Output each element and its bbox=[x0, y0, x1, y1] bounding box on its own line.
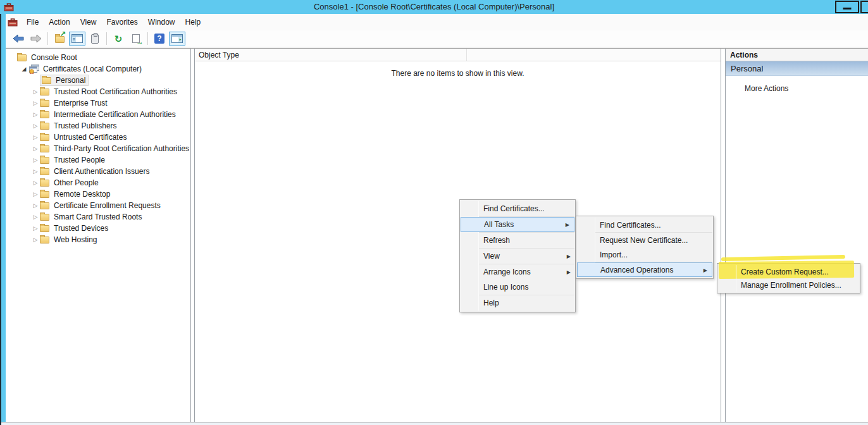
window-left-edge bbox=[0, 0, 1, 425]
menu-item-create-custom-request[interactable]: Create Custom Request... bbox=[717, 265, 860, 278]
menu-item-label: Arrange Icons bbox=[483, 268, 531, 276]
menu-item-label: Help bbox=[483, 299, 499, 307]
chevron-right-icon[interactable]: ▷ bbox=[31, 225, 40, 231]
up-arrow-icon: ↗ bbox=[59, 30, 66, 38]
chevron-right-icon[interactable]: ▷ bbox=[31, 111, 40, 118]
tree-item-intermediate-certification-authorities[interactable]: ▷ Intermediate Certification Authorities bbox=[6, 109, 190, 120]
folder-icon bbox=[40, 191, 49, 198]
help-button[interactable]: ? bbox=[151, 32, 168, 46]
menu-item-help[interactable]: Help bbox=[460, 295, 575, 311]
menu-item-arrange-icons[interactable]: Arrange Icons ▶ bbox=[460, 264, 575, 280]
menu-item-request-new-certificate[interactable]: Request New Certificate... bbox=[576, 233, 713, 247]
tree-item-label: Trusted People bbox=[53, 156, 105, 164]
window-title: Console1 - [Console Root\Certificates (L… bbox=[314, 2, 554, 11]
back-button[interactable] bbox=[10, 32, 27, 46]
menu-item-advanced-operations[interactable]: Advanced Operations ▶ bbox=[577, 262, 712, 277]
chevron-right-icon[interactable]: ▷ bbox=[31, 191, 40, 197]
all-tasks-submenu: Find Certificates... Request New Certifi… bbox=[576, 216, 714, 279]
tree-item-console-root[interactable]: Console Root bbox=[6, 52, 190, 63]
context-menu: Find Certificates... All Tasks ▶ Refresh… bbox=[459, 199, 576, 312]
tree-item-enterprise-trust[interactable]: ▷ Enterprise Trust bbox=[6, 97, 190, 109]
menu-item-label: Refresh bbox=[483, 236, 510, 245]
certificates-icon bbox=[28, 65, 39, 74]
tree-item-trusted-publishers[interactable]: ▷ Trusted Publishers bbox=[6, 120, 190, 132]
tree-item-untrusted-certificates[interactable]: ▷ Untrusted Certificates bbox=[6, 132, 190, 143]
menu-item-find-certificates[interactable]: Find Certificates... bbox=[460, 201, 575, 216]
window-bottom-border bbox=[0, 422, 868, 425]
actions-section-personal[interactable]: Personal bbox=[726, 61, 868, 76]
tree-item-label: Trusted Publishers bbox=[53, 121, 117, 130]
chevron-right-icon[interactable]: ▷ bbox=[31, 237, 40, 243]
menu-window[interactable]: Window bbox=[143, 15, 180, 29]
chevron-right-icon[interactable]: ▷ bbox=[31, 134, 40, 140]
tree-item-web-hosting[interactable]: ▷ Web Hosting bbox=[6, 234, 190, 245]
menu-item-manage-enrollment-policies[interactable]: Manage Enrollment Policies... bbox=[717, 278, 860, 292]
chevron-right-icon[interactable]: ▷ bbox=[31, 123, 40, 129]
folder-icon bbox=[40, 237, 49, 243]
chevron-right-icon[interactable]: ▷ bbox=[31, 168, 40, 175]
chevron-right-icon[interactable]: ▷ bbox=[31, 202, 40, 209]
tree-item-certificates-local-computer[interactable]: ◢ Certificates (Local Computer) bbox=[6, 63, 190, 75]
folder-icon bbox=[40, 157, 49, 164]
up-one-level-button[interactable]: ↗ bbox=[51, 32, 68, 46]
menu-item-line-up-icons[interactable]: Line up Icons bbox=[460, 280, 575, 295]
menu-favorites[interactable]: Favorites bbox=[102, 15, 143, 29]
tree-item-trusted-root-certification-authorities[interactable]: ▷ Trusted Root Certification Authorities bbox=[6, 86, 190, 97]
properties-button[interactable] bbox=[87, 32, 103, 46]
window-left-border bbox=[1, 0, 6, 422]
tree-item-personal[interactable]: Personal bbox=[6, 75, 190, 86]
menu-item-find-certificates-2[interactable]: Find Certificates... bbox=[576, 218, 713, 232]
menu-item-import[interactable]: Import... bbox=[576, 247, 713, 262]
chevron-right-icon[interactable]: ▷ bbox=[31, 145, 40, 152]
forward-button[interactable] bbox=[28, 32, 44, 46]
chevron-right-icon[interactable]: ▷ bbox=[31, 214, 40, 220]
menu-item-refresh[interactable]: Refresh bbox=[460, 233, 575, 248]
tree-item-client-authentication-issuers[interactable]: ▷ Client Authentication Issuers bbox=[6, 166, 190, 177]
export-list-button[interactable]: → bbox=[128, 32, 144, 46]
chevron-right-icon[interactable]: ▷ bbox=[31, 100, 40, 106]
tree-item-trusted-devices[interactable]: ▷ Trusted Devices bbox=[6, 223, 190, 234]
folder-icon bbox=[40, 100, 49, 107]
menu-item-view[interactable]: View ▶ bbox=[460, 249, 575, 264]
show-hide-console-tree-button[interactable] bbox=[69, 32, 85, 46]
folder-icon bbox=[42, 77, 51, 84]
show-hide-action-pane-button[interactable] bbox=[169, 32, 185, 46]
menu-help[interactable]: Help bbox=[180, 15, 206, 29]
submenu-arrow-icon: ▶ bbox=[566, 222, 569, 228]
menu-item-label: Import... bbox=[600, 250, 628, 259]
tree-item-smart-card-trusted-roots[interactable]: ▷ Smart Card Trusted Roots bbox=[6, 211, 190, 223]
tree-item-third-party-root-certification-authorities[interactable]: ▷ Third-Party Root Certification Authori… bbox=[6, 143, 190, 154]
menu-file[interactable]: File bbox=[22, 15, 44, 29]
tree-item-remote-desktop[interactable]: ▷ Remote Desktop bbox=[6, 188, 190, 200]
tree-item-label: Certificates (Local Computer) bbox=[42, 65, 142, 73]
tree-item-label: Console Root bbox=[30, 53, 77, 62]
more-actions-button[interactable]: More Actions bbox=[745, 84, 868, 93]
tree-item-label: Personal bbox=[55, 76, 85, 85]
menu-action[interactable]: Action bbox=[44, 15, 75, 29]
column-header-row: Object Type bbox=[195, 49, 721, 61]
chevron-right-icon[interactable]: ▷ bbox=[31, 89, 40, 95]
folder-icon bbox=[40, 180, 49, 187]
menu-view[interactable]: View bbox=[75, 15, 102, 29]
tree-item-other-people[interactable]: ▷ Other People bbox=[6, 177, 190, 188]
menu-item-label: All Tasks bbox=[484, 220, 514, 229]
minimize-button[interactable] bbox=[835, 1, 859, 13]
menu-item-label: Find Certificates... bbox=[483, 204, 545, 213]
menu-item-all-tasks[interactable]: All Tasks ▶ bbox=[461, 217, 574, 232]
chevron-right-icon[interactable]: ▷ bbox=[31, 157, 40, 163]
folder-icon bbox=[40, 145, 49, 152]
chevron-right-icon[interactable]: ▷ bbox=[31, 180, 40, 186]
tree-item-certificate-enrollment-requests[interactable]: ▷ Certificate Enrollment Requests bbox=[6, 200, 190, 211]
tree-item-trusted-people[interactable]: ▷ Trusted People bbox=[6, 154, 190, 166]
folder-icon bbox=[40, 202, 49, 209]
tree-item-label: Certificate Enrollment Requests bbox=[53, 201, 161, 210]
empty-view-message: There are no items to show in this view. bbox=[195, 69, 721, 78]
maximize-button-partial[interactable] bbox=[860, 1, 868, 13]
main-content: Console Root ◢ Certificates (Local Compu… bbox=[6, 48, 868, 422]
chevron-expanded-icon[interactable]: ◢ bbox=[20, 66, 28, 72]
column-header-object-type[interactable]: Object Type bbox=[195, 49, 467, 61]
menu-item-label: Manage Enrollment Policies... bbox=[741, 281, 841, 290]
submenu-arrow-icon: ▶ bbox=[567, 269, 571, 275]
folder-icon bbox=[40, 168, 49, 175]
refresh-button[interactable]: ↻ bbox=[110, 32, 127, 46]
